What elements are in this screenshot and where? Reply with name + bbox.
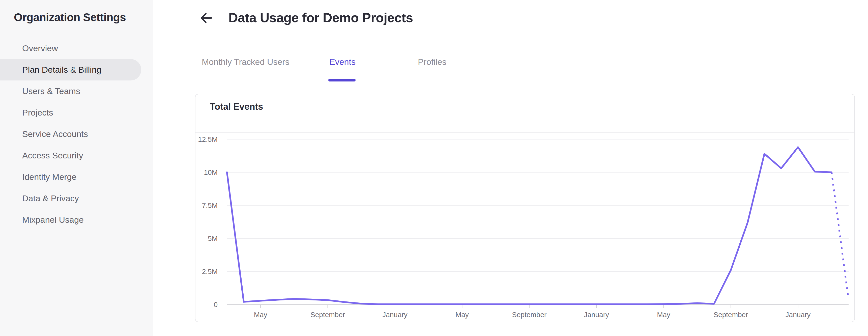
tab-profiles[interactable]: Profiles: [418, 57, 446, 67]
sidebar-item-overview[interactable]: Overview: [0, 38, 141, 59]
x-axis-label: January: [382, 311, 407, 318]
sidebar-item-users-teams[interactable]: Users & Teams: [0, 81, 141, 102]
sidebar-title: Organization Settings: [14, 11, 126, 24]
events-line-projected: [832, 172, 848, 298]
y-axis-label: 7.5M: [202, 202, 218, 209]
back-button[interactable]: [199, 10, 213, 25]
x-axis-label: May: [456, 311, 469, 318]
x-axis-label: May: [657, 311, 670, 318]
x-axis-label: January: [785, 311, 811, 318]
x-axis-label: September: [310, 311, 345, 318]
events-chart: 02.5M5M7.5M10M12.5MMaySeptemberJanuaryMa…: [195, 133, 855, 322]
tab-monthly-tracked-users[interactable]: Monthly Tracked Users: [202, 57, 289, 67]
sidebar: Organization Settings Overview Plan Deta…: [0, 0, 153, 336]
card-title: Total Events: [210, 101, 263, 112]
sidebar-item-access-security[interactable]: Access Security: [0, 145, 141, 166]
sidebar-item-data-privacy[interactable]: Data & Privacy: [0, 188, 141, 209]
x-axis-label: September: [714, 311, 748, 318]
tabs-divider: [195, 81, 855, 81]
arrow-left-icon: [199, 10, 213, 25]
y-axis-label: 0: [214, 301, 218, 308]
sidebar-item-plan-details-billing[interactable]: Plan Details & Billing: [0, 59, 141, 81]
x-axis-label: May: [254, 311, 267, 318]
x-axis-label: September: [512, 311, 547, 318]
sidebar-item-mixpanel-usage[interactable]: Mixpanel Usage: [0, 209, 141, 231]
sidebar-item-identity-merge[interactable]: Identity Merge: [0, 166, 141, 188]
page-title: Data Usage for Demo Projects: [228, 10, 413, 25]
org-settings-page: Organization Settings Overview Plan Deta…: [0, 0, 868, 336]
x-axis-label: January: [584, 311, 609, 318]
y-axis-label: 5M: [208, 235, 218, 242]
total-events-card: Total Events 02.5M5M7.5M10M12.5MMaySepte…: [195, 94, 855, 322]
y-axis-label: 10M: [204, 169, 218, 176]
events-line-solid: [227, 147, 832, 304]
y-axis-label: 2.5M: [202, 268, 218, 275]
sidebar-item-service-accounts[interactable]: Service Accounts: [0, 123, 141, 145]
sidebar-item-projects[interactable]: Projects: [0, 102, 141, 123]
y-axis-label: 12.5M: [198, 135, 218, 143]
tab-events[interactable]: Events: [329, 57, 355, 67]
sidebar-nav: Overview Plan Details & Billing Users & …: [0, 38, 153, 231]
